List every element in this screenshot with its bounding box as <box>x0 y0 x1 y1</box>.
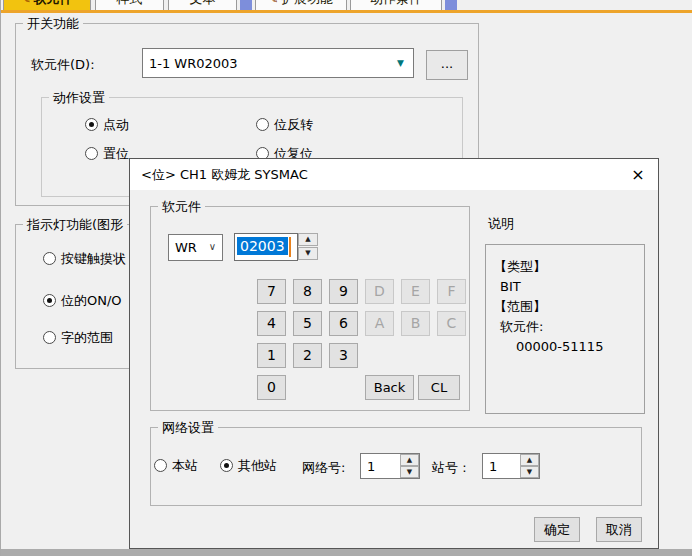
tab-style[interactable]: 样式 <box>95 0 164 10</box>
key-e: E <box>401 279 430 304</box>
station-no-spinner: ▲ ▼ <box>520 454 540 478</box>
dropdown-arrow-icon[interactable]: ▼ <box>397 58 404 68</box>
key-back[interactable]: Back <box>365 375 414 400</box>
tab-device-label: 软元件 <box>34 0 73 6</box>
radio-key-touch-state-label: 按键触摸状 <box>61 250 126 268</box>
chevron-down-icon[interactable]: ∨ <box>209 241 216 252</box>
radio-set-label: 置位 <box>103 145 129 163</box>
description-line: 00000-51115 <box>486 337 644 357</box>
tab-text[interactable]: 文本 <box>168 0 237 10</box>
spinner-up-icon[interactable]: ▲ <box>520 454 539 466</box>
description-line: 软元件: <box>486 317 644 337</box>
tab-extended[interactable]: ✎扩展功能 <box>255 0 347 10</box>
pencil-icon: ✎ <box>269 0 278 6</box>
key-2[interactable]: 2 <box>293 343 322 368</box>
key-9[interactable]: 9 <box>329 279 358 304</box>
network-no-label: 网络号: <box>302 459 345 477</box>
radio-other-station[interactable] <box>220 459 233 472</box>
radio-other-station-label: 其他站 <box>238 457 277 475</box>
tab-stub-icon <box>445 0 457 10</box>
key-a: A <box>365 311 394 336</box>
key-6[interactable]: 6 <box>329 311 358 336</box>
window-bottom-edge <box>1 549 692 556</box>
network-settings-group-title: 网络设置 <box>158 419 218 437</box>
pencil-icon: ✎ <box>21 0 30 6</box>
radio-local-station-label: 本站 <box>172 457 198 475</box>
radio-momentary-label: 点动 <box>103 116 129 134</box>
radio-bit-onoff[interactable] <box>43 294 56 307</box>
device-type-value: WR <box>175 235 197 260</box>
close-icon[interactable]: × <box>625 162 651 187</box>
radio-bit-onoff-label: 位的ON/O <box>61 292 122 310</box>
device-number-spinner: ▲ ▼ <box>298 233 318 261</box>
radio-local-station[interactable] <box>154 459 167 472</box>
tab-style-label: 样式 <box>117 0 143 6</box>
key-3[interactable]: 3 <box>329 343 358 368</box>
key-f: F <box>437 279 466 304</box>
key-d: D <box>365 279 394 304</box>
key-4[interactable]: 4 <box>257 311 286 336</box>
spinner-down-icon[interactable]: ▼ <box>400 466 419 478</box>
device-type-combo[interactable]: WR ∨ <box>168 234 223 261</box>
station-no-label: 站号 : <box>432 459 467 477</box>
cancel-button[interactable]: 取消 <box>596 517 642 542</box>
device-label: 软元件(D): <box>31 56 95 74</box>
station-no-value: 1 <box>489 454 497 478</box>
network-no-spinner: ▲ ▼ <box>400 454 420 478</box>
description-line: BIT <box>486 277 644 297</box>
tab-underline <box>1 10 692 13</box>
description-title: 说明 <box>488 215 514 233</box>
tab-action-condition-label: 动作条件 <box>370 0 422 6</box>
radio-momentary[interactable] <box>85 118 98 131</box>
radio-key-touch-state[interactable] <box>43 252 56 265</box>
spinner-up-icon[interactable]: ▲ <box>298 233 318 246</box>
switch-function-group-title: 开关功能 <box>23 15 83 33</box>
radio-word-range[interactable] <box>43 331 56 344</box>
key-b: B <box>401 311 430 336</box>
spinner-down-icon[interactable]: ▼ <box>520 466 539 478</box>
device-number-input[interactable]: 02003 <box>234 233 298 261</box>
spinner-down-icon[interactable]: ▼ <box>298 247 318 260</box>
radio-set[interactable] <box>85 147 98 160</box>
key-c: C <box>437 311 466 336</box>
radio-bit-invert-label: 位反转 <box>274 116 313 134</box>
device-entry-dialog: <位> CH1 欧姆龙 SYSMAC × 软元件 WR ∨ 02003 ▲ ▼ … <box>129 158 659 549</box>
device-number-selected-text: 02003 <box>237 237 288 255</box>
application-window: ✎软元件 样式 文本 ✎扩展功能 动作条件 开关功能 软元件(D): 1-1 W… <box>0 0 692 556</box>
text-caret <box>289 237 291 257</box>
description-line: 【范围】 <box>486 297 644 317</box>
key-0[interactable]: 0 <box>257 375 286 400</box>
key-7[interactable]: 7 <box>257 279 286 304</box>
description-line: 【类型】 <box>486 257 644 277</box>
action-settings-group-title: 动作设置 <box>49 89 109 107</box>
radio-word-range-label: 字的范围 <box>61 329 113 347</box>
tab-stub-icon <box>240 0 252 10</box>
key-1[interactable]: 1 <box>257 343 286 368</box>
dialog-title: <位> CH1 欧姆龙 SYSMAC <box>141 159 308 190</box>
radio-bit-invert[interactable] <box>256 118 269 131</box>
modal-device-group-title: 软元件 <box>158 198 205 216</box>
ok-button[interactable]: 确定 <box>534 517 580 542</box>
spinner-up-icon[interactable]: ▲ <box>400 454 419 466</box>
tab-text-label: 文本 <box>190 0 216 6</box>
device-browse-button[interactable]: ... <box>426 50 468 80</box>
device-combo-value: 1-1 WR02003 <box>149 49 238 77</box>
key-clear[interactable]: CL <box>418 375 460 400</box>
description-box: 【类型】 BIT 【范围】 软元件: 00000-51115 <box>485 244 645 414</box>
key-5[interactable]: 5 <box>293 311 322 336</box>
lamp-function-group-title: 指示灯功能(图形 <box>23 216 127 234</box>
tab-action-condition[interactable]: 动作条件 <box>350 0 442 10</box>
network-no-value: 1 <box>367 454 375 478</box>
dialog-title-bar[interactable]: <位> CH1 欧姆龙 SYSMAC × <box>130 159 658 190</box>
tab-extended-label: 扩展功能 <box>281 0 333 6</box>
key-8[interactable]: 8 <box>293 279 322 304</box>
device-combo[interactable]: 1-1 WR02003 ▼ <box>142 48 414 78</box>
tab-device[interactable]: ✎软元件 <box>3 0 91 10</box>
